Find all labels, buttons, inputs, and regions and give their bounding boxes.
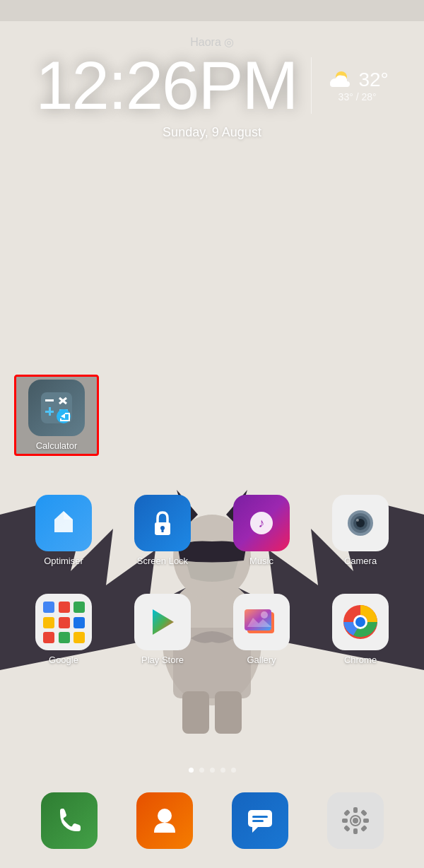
app-screenlock[interactable]: Screen Lock (120, 495, 205, 566)
svg-rect-13 (49, 407, 51, 416)
page-dot-3 (210, 768, 215, 773)
svg-rect-30 (73, 602, 85, 613)
calculator-row: Calculator (0, 375, 424, 456)
svg-rect-29 (59, 602, 70, 613)
svg-point-44 (355, 617, 365, 627)
app-gallery[interactable]: Gallery (219, 594, 304, 665)
svg-rect-31 (43, 617, 54, 628)
chrome-icon-img (332, 594, 389, 650)
app-playstore[interactable]: Play Store (120, 594, 205, 665)
dock-settings[interactable]: Settings (313, 792, 398, 854)
temp-range: 33° / 28° (338, 91, 377, 102)
page-dots (0, 768, 424, 773)
svg-rect-52 (353, 828, 358, 834)
google-icon-img (35, 594, 92, 650)
svg-rect-34 (43, 632, 54, 643)
location-text: Haora (190, 36, 221, 49)
svg-point-60 (353, 818, 358, 823)
svg-rect-32 (59, 617, 70, 628)
page-dot-1 (189, 768, 194, 773)
app-google[interactable]: Google (21, 594, 106, 665)
chrome-label: Chrome (344, 655, 377, 665)
dock: Phone Contacts Messages (0, 792, 424, 854)
svg-marker-37 (153, 609, 174, 635)
dock-contacts[interactable]: Contacts (122, 792, 207, 854)
svg-point-27 (356, 519, 359, 522)
svg-rect-46 (248, 810, 272, 827)
google-label: Google (49, 655, 78, 665)
gallery-icon-img (233, 594, 290, 650)
weather-divider (311, 57, 312, 114)
app-row-1: Optimiser Screen Lock ♪ Music (0, 495, 424, 566)
dock-messages[interactable]: Messages (218, 792, 302, 854)
svg-rect-48 (252, 816, 268, 818)
app-optimiser[interactable]: Optimiser (21, 495, 106, 566)
temperature: 32° (358, 69, 388, 91)
calculator-label: Calculator (36, 440, 78, 451)
svg-rect-6 (215, 691, 242, 734)
calculator-icon-img (28, 380, 85, 436)
clock-row: 12:26 PM 32° 33° / 28° (35, 52, 389, 119)
playstore-label: Play Store (141, 655, 184, 665)
svg-rect-36 (73, 632, 85, 643)
page-dot-4 (220, 768, 225, 773)
svg-rect-35 (59, 632, 70, 643)
svg-marker-47 (252, 827, 258, 833)
status-bar (0, 0, 424, 21)
svg-rect-49 (252, 820, 264, 822)
messages-icon-img (232, 792, 288, 849)
contacts-icon-img (136, 792, 193, 849)
clock-widget: Haora ◎ 12:26 PM 32° 33° / 28° Sunday, 9… (0, 35, 424, 140)
optimiser-icon-img (35, 495, 92, 551)
date-display: Sunday, 9 August (163, 125, 261, 140)
app-camera[interactable]: Camera (318, 495, 403, 566)
svg-rect-51 (353, 807, 358, 813)
svg-rect-54 (363, 819, 369, 823)
dock-phone[interactable]: Phone (27, 792, 112, 854)
svg-rect-9 (45, 399, 54, 401)
optimiser-label: Optimiser (44, 556, 83, 566)
svg-point-45 (158, 809, 172, 823)
svg-rect-53 (342, 819, 348, 823)
page-dot-5 (231, 768, 236, 773)
svg-rect-5 (182, 691, 209, 734)
weather-icon (326, 69, 354, 91)
music-icon-img: ♪ (233, 495, 290, 551)
svg-rect-57 (343, 825, 351, 832)
svg-text:♪: ♪ (259, 516, 265, 530)
svg-rect-39 (245, 609, 271, 631)
camera-label: Camera (344, 556, 377, 566)
svg-rect-56 (360, 809, 367, 816)
svg-rect-28 (43, 602, 54, 613)
screenlock-icon-img (134, 495, 191, 551)
phone-icon-img (41, 792, 98, 849)
gallery-label: Gallery (247, 655, 276, 665)
clock-period: PM (198, 52, 297, 119)
playstore-icon-img (134, 594, 191, 650)
settings-icon-img (327, 792, 384, 849)
screenlock-label: Screen Lock (137, 556, 188, 566)
music-label: Music (249, 556, 273, 566)
camera-icon-img (332, 495, 389, 551)
app-row-2: Google Play Store (0, 594, 424, 665)
weather-icon-area: 32° (326, 69, 388, 91)
app-calculator[interactable]: Calculator (14, 375, 99, 456)
weather-block: 32° 33° / 28° (326, 69, 388, 102)
app-chrome[interactable]: Chrome (318, 594, 403, 665)
svg-rect-33 (73, 617, 85, 628)
calculator-svg (38, 389, 75, 426)
svg-point-41 (261, 611, 268, 618)
clock-time: 12:26 (35, 52, 198, 119)
svg-rect-58 (360, 825, 367, 832)
svg-rect-55 (343, 809, 351, 816)
app-music[interactable]: ♪ Music (219, 495, 304, 566)
svg-rect-20 (162, 529, 164, 532)
page-dot-2 (199, 768, 204, 773)
